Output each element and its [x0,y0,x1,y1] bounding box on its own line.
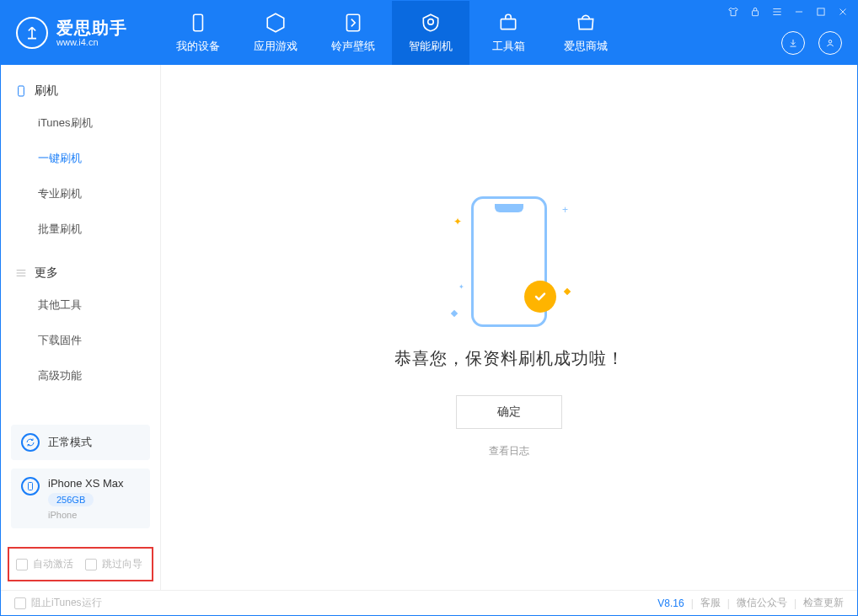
sidebar-item-other-tools[interactable]: 其他工具 [1,287,160,323]
footer-link-wechat[interactable]: 微信公众号 [737,596,787,610]
header-right-icons [781,31,842,55]
svg-rect-5 [818,8,824,15]
device-storage-badge: 256GB [48,493,94,506]
sidebar-item-pro-flash[interactable]: 专业刷机 [1,176,160,212]
maximize-icon[interactable] [815,6,827,18]
svg-point-6 [829,40,832,44]
nav-tabs: 我的设备 应用游戏 铃声壁纸 智能刷机 工具箱 爱思商城 [159,1,625,65]
sidebar-item-advanced[interactable]: 高级功能 [1,358,160,394]
nav-tab-toolbox[interactable]: 工具箱 [469,1,547,65]
device-info-card[interactable]: iPhone XS Max 256GB iPhone [11,469,150,528]
nav-label: 智能刷机 [409,39,453,54]
checkbox-label: 跳过向导 [102,557,142,571]
checkbox-auto-activate[interactable]: 自动激活 [16,557,73,571]
checkbox-icon [16,559,28,570]
sparkle-icon: + [562,204,568,216]
divider: | [794,597,796,609]
success-message: 恭喜您，保资料刷机成功啦！ [394,347,625,370]
device-type: iPhone [48,510,124,520]
svg-rect-8 [29,483,33,490]
logo-icon [16,17,48,49]
footer-link-support[interactable]: 客服 [700,596,721,610]
nav-tab-store[interactable]: 爱思商城 [547,1,625,65]
nav-tab-ringtones-wallpapers[interactable]: 铃声壁纸 [314,1,392,65]
svg-rect-7 [19,86,24,96]
svg-rect-4 [753,11,759,16]
window-controls [727,6,849,18]
device-mode-card[interactable]: 正常模式 [11,425,150,460]
app-subtitle: www.i4.cn [56,37,127,47]
svg-rect-1 [346,14,359,31]
checkbox-label: 阻止iTunes运行 [31,596,102,610]
device-mode-label: 正常模式 [48,435,92,450]
sidebar-item-one-click-flash[interactable]: 一键刷机 [1,141,160,176]
main-content: ✦ + ✦ 恭喜您，保资料刷机成功啦！ 确定 查看日志 [161,65,857,590]
view-log-link[interactable]: 查看日志 [489,444,529,458]
footer: 阻止iTunes运行 V8.16 | 客服 | 微信公众号 | 检查更新 [1,590,857,615]
sidebar-group-more: 更多 [1,259,160,287]
download-icon[interactable] [781,31,805,55]
version-label: V8.16 [657,597,684,609]
logo-area: 爱思助手 www.i4.cn [1,17,142,49]
nav-label: 铃声壁纸 [331,39,375,54]
phone-icon [21,477,40,495]
sidebar-item-batch-flash[interactable]: 批量刷机 [1,212,160,247]
sparkle-icon: ✦ [453,216,462,228]
sidebar-item-itunes-flash[interactable]: iTunes刷机 [1,105,160,141]
nav-label: 应用游戏 [254,39,298,54]
checkbox-skip-guide[interactable]: 跳过向导 [85,557,142,571]
menu-icon[interactable] [771,6,783,18]
nav-label: 我的设备 [176,39,220,54]
nav-tab-smart-flash[interactable]: 智能刷机 [392,1,469,65]
diamond-icon [451,310,458,317]
tshirt-icon[interactable] [727,6,739,18]
diamond-icon [564,288,571,295]
refresh-icon [21,433,40,452]
minimize-icon[interactable] [793,6,805,18]
footer-link-check-update[interactable]: 检查更新 [803,596,844,610]
svg-rect-3 [501,19,515,29]
sidebar-group-flash: 刷机 [1,77,160,105]
svg-point-2 [428,19,434,25]
nav-label: 工具箱 [492,39,525,54]
sidebar: 刷机 iTunes刷机 一键刷机 专业刷机 批量刷机 更多 其他工具 下载固件 … [1,65,161,590]
phone-illustration: ✦ + ✦ [471,196,547,327]
sidebar-group-label: 刷机 [35,83,58,99]
svg-rect-0 [194,14,203,31]
sidebar-item-download-firmware[interactable]: 下载固件 [1,323,160,358]
checkbox-block-itunes[interactable]: 阻止iTunes运行 [14,596,102,610]
nav-label: 爱思商城 [564,39,608,54]
close-icon[interactable] [837,6,849,18]
header: 爱思助手 www.i4.cn 我的设备 应用游戏 铃声壁纸 智能刷机 工具箱 爱… [1,1,857,65]
checkbox-icon [14,597,26,609]
user-icon[interactable] [818,31,842,55]
divider: | [727,597,730,609]
checkbox-label: 自动激活 [33,557,73,571]
divider: | [691,597,694,609]
sidebar-group-label: 更多 [35,265,58,281]
success-check-icon [524,281,556,313]
confirm-button[interactable]: 确定 [456,395,562,429]
checkbox-icon [85,559,97,570]
sparkle-icon: ✦ [458,283,464,291]
highlighted-options-box: 自动激活 跳过向导 [8,547,153,581]
device-name: iPhone XS Max [48,477,124,490]
nav-tab-my-device[interactable]: 我的设备 [159,1,237,65]
app-title: 爱思助手 [56,19,127,37]
nav-tab-apps-games[interactable]: 应用游戏 [237,1,314,65]
lock-icon[interactable] [749,6,761,18]
